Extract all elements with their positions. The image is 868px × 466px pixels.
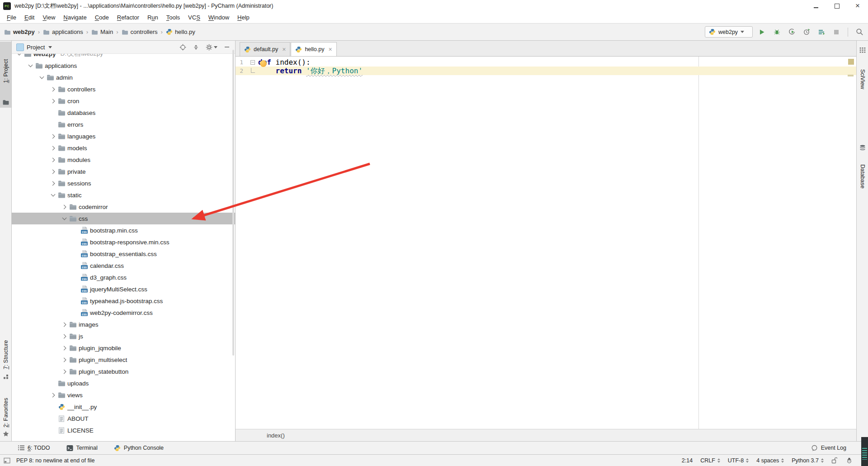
intention-bulb-icon[interactable] (260, 60, 267, 67)
tree-item-plugin-multiselect[interactable]: plugin_multiselect (12, 354, 235, 366)
tree-item-applications[interactable]: applications (12, 60, 235, 71)
line-separator-widget[interactable]: CRLF (700, 457, 720, 464)
chevron-right-icon[interactable] (49, 133, 57, 140)
tree-item-bootstrap-responsive-min-css[interactable]: cssbootstrap-responsive.min.css (12, 236, 235, 248)
chevron-right-icon[interactable] (61, 203, 68, 210)
menu-item-tools[interactable]: Tools (162, 13, 184, 22)
menu-item-help[interactable]: Help (233, 13, 254, 22)
debug-button[interactable] (771, 27, 782, 38)
chevron-right-icon[interactable] (49, 391, 57, 399)
profile-button[interactable] (801, 27, 812, 38)
chevron-down-icon[interactable] (27, 62, 34, 69)
menu-item-view[interactable]: View (38, 13, 59, 22)
tree-item-web2py-codemirror-css[interactable]: cssweb2py-codemirror.css (12, 307, 235, 319)
concurrency-diagram-button[interactable] (816, 27, 827, 38)
tree-item-typeahead-js-bootstrap-css[interactable]: csstypeahead.js-bootstrap.css (12, 295, 235, 307)
project-scrollbar[interactable] (232, 50, 234, 356)
chevron-right-icon[interactable] (49, 180, 57, 187)
tree-item-plugin-statebutton[interactable]: plugin_statebutton (12, 366, 235, 377)
minimize-button[interactable] (806, 0, 826, 12)
indent-widget[interactable]: 4 spaces (756, 457, 784, 464)
menu-item-window[interactable]: Window (204, 13, 233, 22)
chevron-right-icon[interactable] (61, 368, 68, 375)
tree-item-d3-graph-css[interactable]: cssd3_graph.css (12, 271, 235, 283)
chevron-right-icon[interactable] (61, 356, 68, 363)
search-everywhere-button[interactable] (854, 27, 865, 38)
chevron-right-icon[interactable] (61, 344, 68, 352)
breadcrumb-item-controllers[interactable]: controllers (121, 28, 159, 36)
chevron-right-icon[interactable] (61, 321, 68, 328)
chevron-down-icon[interactable] (48, 46, 52, 48)
breadcrumb-item-hello-py[interactable]: hello.py (165, 28, 196, 36)
tree-item-modules[interactable]: modules (12, 154, 235, 166)
tree-item-codemirror[interactable]: codemirror (12, 201, 235, 213)
tree-item-models[interactable]: models (12, 142, 235, 154)
chevron-down-icon[interactable] (61, 215, 68, 222)
close-button[interactable]: × (847, 0, 868, 12)
tool-window-button-database[interactable]: Database (857, 142, 868, 205)
breadcrumb-item-main[interactable]: Main (90, 28, 114, 36)
menu-item-refactor[interactable]: Refactor (113, 13, 143, 22)
tree-item-about[interactable]: ABOUT (12, 413, 235, 424)
tree-item-uploads[interactable]: uploads (12, 377, 235, 389)
run-config-selector[interactable]: web2py (705, 26, 753, 38)
chevron-right-icon[interactable] (49, 144, 57, 152)
tree-item-static[interactable]: static (12, 189, 235, 201)
tool-stripe-button-project[interactable]: 1: Project (0, 42, 11, 108)
tree-item-admin[interactable]: admin (12, 71, 235, 83)
editor-tab-hello-py[interactable]: hello.py× (291, 42, 336, 56)
chevron-right-icon[interactable] (49, 168, 57, 175)
unlock-icon[interactable] (831, 457, 838, 464)
tree-item-init-py[interactable]: __init__.py (12, 401, 235, 413)
breadcrumb-item-applications[interactable]: applications (42, 28, 84, 36)
hide-button[interactable] (224, 44, 230, 50)
tree-item-views[interactable]: views (12, 389, 235, 401)
editor-tab-default-py[interactable]: default.py× (240, 42, 290, 56)
tree-item-css[interactable]: css (12, 213, 235, 224)
tree-item-plugin-jqmobile[interactable]: plugin_jqmobile (12, 342, 235, 354)
project-header-title[interactable]: Project (27, 44, 45, 51)
tree-item-images[interactable]: images (12, 319, 235, 330)
tool-window-button-sciview[interactable]: SciView (857, 44, 868, 108)
toolwindow-toggle-icon[interactable] (4, 457, 11, 464)
chevron-right-icon[interactable] (49, 156, 57, 163)
tree-item-calendar-css[interactable]: csscalendar.css (12, 260, 235, 271)
menu-item-edit[interactable]: Edit (20, 13, 38, 22)
tree-item-bootstrap-min-css[interactable]: cssbootstrap.min.css (12, 224, 235, 236)
tree-item-bootstrap-essentials-css[interactable]: cssbootstrap_essentials.css (12, 248, 235, 260)
tree-item-controllers[interactable]: controllers (12, 83, 235, 95)
interpreter-widget[interactable]: Python 3.7 (792, 457, 824, 464)
tree-item-databases[interactable]: databases (12, 107, 235, 119)
menu-item-code[interactable]: Code (91, 13, 113, 22)
tool-button-6-todo[interactable]: 6: TODO (18, 445, 50, 451)
breadcrumb-item-web2py[interactable]: web2py (3, 28, 36, 36)
menu-item-vcs[interactable]: VCS (184, 13, 204, 22)
inspection-indicator[interactable] (848, 59, 854, 65)
tool-stripe-button-structure[interactable]: 7: Structure (0, 333, 11, 380)
run-button[interactable] (756, 27, 767, 38)
tree-item-js[interactable]: js (12, 330, 235, 342)
menu-item-navigate[interactable]: Navigate (59, 13, 90, 22)
tool-button-terminal[interactable]: Terminal (66, 445, 98, 452)
settings-button[interactable] (206, 44, 217, 51)
tree-item-web2py[interactable]: web2pyD:\文档\web2py (12, 53, 235, 60)
chevron-right-icon[interactable] (61, 333, 68, 340)
tree-item-languages[interactable]: languages (12, 130, 235, 142)
chevron-right-icon[interactable] (49, 97, 57, 105)
close-tab-icon[interactable]: × (329, 46, 332, 53)
file-encoding-widget[interactable]: UTF-8 (728, 457, 749, 464)
tree-item-cron[interactable]: cron (12, 95, 235, 107)
tool-stripe-button-favorites[interactable]: 2: Favorites (0, 394, 11, 439)
tool-button-event-log[interactable]: Event Log (811, 445, 846, 452)
tool-button-python-console[interactable]: Python Console (114, 445, 164, 452)
collapse-all-button[interactable] (193, 44, 199, 50)
chevron-down-icon[interactable] (38, 74, 46, 81)
tree-item-license[interactable]: LICENSE (12, 424, 235, 436)
warning-stripe-mark[interactable] (848, 75, 854, 76)
close-tab-icon[interactable]: × (282, 46, 286, 53)
code-editor[interactable]: 1def index():2 return '你好，Python' (236, 57, 856, 429)
caret-position-widget[interactable]: 2:14 (682, 457, 693, 464)
run-with-coverage-button[interactable] (786, 27, 797, 38)
editor-breadcrumb[interactable]: index() (267, 432, 285, 439)
chevron-down-icon[interactable] (15, 53, 23, 57)
